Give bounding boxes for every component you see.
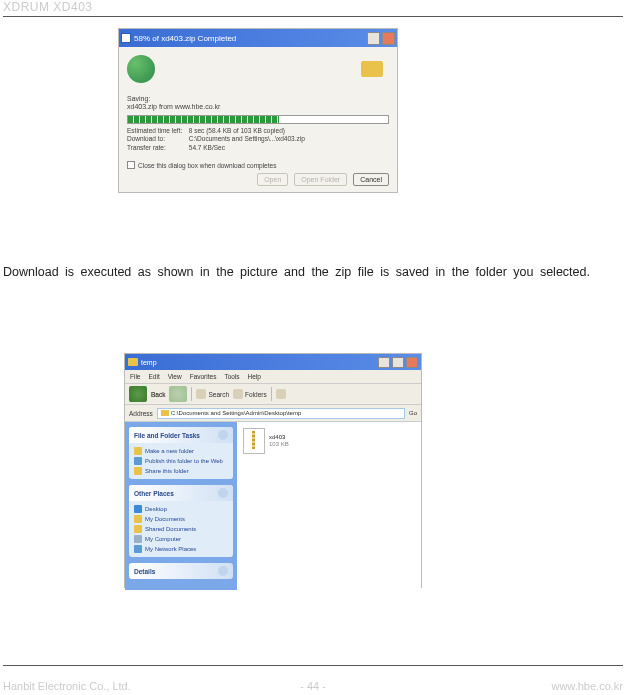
- menu-edit[interactable]: Edit: [148, 373, 159, 380]
- search-button[interactable]: Search: [196, 389, 229, 399]
- folder-icon: [134, 447, 142, 455]
- shared-icon: [134, 525, 142, 533]
- download-dialog: 58% of xd403.zip Completed Saving: xd403…: [118, 28, 398, 193]
- menu-bar: File Edit View Favorites Tools Help: [125, 370, 421, 384]
- folders-icon: [233, 389, 243, 399]
- menu-favorites[interactable]: Favorites: [190, 373, 217, 380]
- forward-button[interactable]: [169, 386, 187, 402]
- chevron-icon[interactable]: [218, 488, 228, 498]
- sidebar-place-item[interactable]: My Documents: [134, 514, 228, 524]
- sidebar-place-item[interactable]: My Computer: [134, 534, 228, 544]
- zip-icon: [243, 428, 265, 454]
- menu-help[interactable]: Help: [248, 373, 261, 380]
- folders-button[interactable]: Folders: [233, 389, 267, 399]
- network-icon: [134, 545, 142, 553]
- close-when-done-checkbox[interactable]: Close this dialog box when download comp…: [127, 161, 276, 169]
- address-label: Address: [129, 410, 153, 417]
- instruction-text: Download is executed as shown in the pic…: [3, 262, 623, 283]
- sidebar-task-item[interactable]: Publish this folder to the Web: [134, 456, 228, 466]
- sidebar-task-item[interactable]: Make a new folder: [134, 446, 228, 456]
- page-footer: Hanbit Electronic Co., Ltd. - 44 - www.h…: [3, 665, 623, 692]
- explorer-window: temp File Edit View Favorites Tools Help…: [124, 353, 422, 588]
- desktop-icon: [134, 505, 142, 513]
- chevron-icon[interactable]: [218, 566, 228, 576]
- sidebar: File and Folder Tasks Make a new folder …: [125, 422, 237, 590]
- sidebar-place-item[interactable]: My Network Places: [134, 544, 228, 554]
- chevron-icon[interactable]: [218, 430, 228, 440]
- sidebar-place-item[interactable]: Shared Documents: [134, 524, 228, 534]
- open-folder-button: Open Folder: [294, 173, 347, 186]
- minimize-button[interactable]: [378, 357, 390, 368]
- file-size: 103 KB: [269, 441, 289, 448]
- maximize-button[interactable]: [392, 357, 404, 368]
- back-label: Back: [151, 391, 165, 398]
- menu-tools[interactable]: Tools: [224, 373, 239, 380]
- explorer-titlebar: temp: [125, 354, 421, 370]
- saving-label: Saving:: [127, 95, 150, 102]
- toolbar: Back Search Folders: [125, 384, 421, 405]
- explorer-title: temp: [141, 359, 375, 366]
- open-button: Open: [257, 173, 288, 186]
- address-input[interactable]: C:\Documents and Settings\Admin\Desktop\…: [157, 408, 405, 419]
- web-icon: [134, 457, 142, 465]
- search-icon: [196, 389, 206, 399]
- menu-file[interactable]: File: [130, 373, 140, 380]
- download-info: Estimated time left: 8 sec (58.4 KB of 1…: [127, 127, 305, 152]
- views-button[interactable]: [276, 389, 286, 399]
- address-bar: Address C:\Documents and Settings\Admin\…: [125, 405, 421, 422]
- dialog-titlebar: 58% of xd403.zip Completed: [119, 29, 397, 47]
- details-panel: Details: [129, 563, 233, 579]
- sidebar-task-item[interactable]: Share this folder: [134, 466, 228, 476]
- progress-bar: [127, 115, 389, 124]
- views-icon: [276, 389, 286, 399]
- download-icon: [121, 33, 131, 43]
- close-button[interactable]: [406, 357, 418, 368]
- close-button[interactable]: [382, 32, 395, 45]
- tasks-panel: File and Folder Tasks Make a new folder …: [129, 427, 233, 479]
- sidebar-place-item[interactable]: Desktop: [134, 504, 228, 514]
- footer-url: www.hbe.co.kr: [551, 680, 623, 692]
- checkbox-icon[interactable]: [127, 161, 135, 169]
- folder-icon: [161, 410, 169, 416]
- share-icon: [134, 467, 142, 475]
- go-button[interactable]: Go: [409, 410, 417, 416]
- dialog-title: 58% of xd403.zip Completed: [134, 34, 236, 43]
- header-divider: [3, 16, 623, 17]
- file-name: xd403: [269, 434, 289, 441]
- minimize-button[interactable]: [367, 32, 380, 45]
- page-number: - 44 -: [300, 680, 326, 692]
- file-list-area[interactable]: xd403 103 KB: [237, 422, 421, 590]
- back-button[interactable]: [129, 386, 147, 402]
- documents-icon: [134, 515, 142, 523]
- product-title: XDRUM XD403: [3, 0, 93, 14]
- cancel-button[interactable]: Cancel: [353, 173, 389, 186]
- folder-icon: [128, 358, 138, 366]
- footer-company: Hanbit Electronic Co., Ltd.: [3, 680, 131, 692]
- computer-icon: [134, 535, 142, 543]
- folder-icon: [361, 61, 383, 77]
- file-item[interactable]: xd403 103 KB: [243, 428, 415, 454]
- places-panel: Other Places Desktop My Documents Shared…: [129, 485, 233, 557]
- globe-icon: [127, 55, 155, 83]
- menu-view[interactable]: View: [168, 373, 182, 380]
- download-filename: xd403.zip from www.hbe.co.kr: [127, 103, 220, 110]
